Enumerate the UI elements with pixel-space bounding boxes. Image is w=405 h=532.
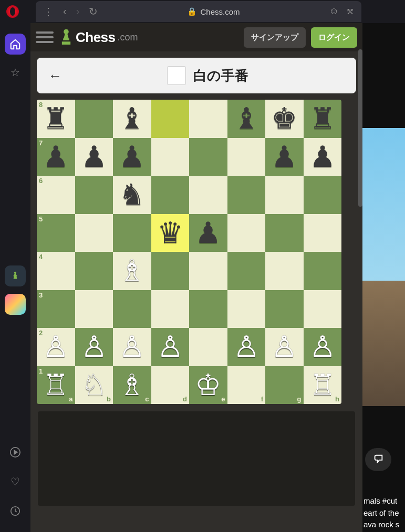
square-a7[interactable]: 7♟ — [37, 138, 75, 176]
piece-bp[interactable]: ♟ — [195, 218, 221, 248]
square-e1[interactable]: e♔ — [189, 366, 227, 405]
piece-bp[interactable]: ♟ — [43, 142, 69, 172]
square-h7[interactable]: ♟ — [304, 138, 342, 176]
square-f7[interactable] — [227, 138, 266, 176]
piece-bp[interactable]: ♟ — [119, 142, 145, 172]
square-f3[interactable] — [227, 290, 266, 328]
square-e8[interactable] — [189, 100, 227, 138]
piece-wk[interactable]: ♔ — [195, 370, 221, 400]
home-icon[interactable] — [5, 34, 26, 55]
forward-icon[interactable]: › — [76, 5, 80, 18]
piece-wr[interactable]: ♖ — [309, 370, 336, 400]
pin-icon[interactable]: ⤲ — [346, 6, 354, 17]
square-e4[interactable] — [189, 252, 227, 290]
piece-bq[interactable]: ♛ — [157, 218, 183, 248]
square-h5[interactable] — [304, 214, 342, 252]
square-b4[interactable] — [75, 252, 113, 290]
square-h2[interactable]: ♙ — [304, 328, 342, 366]
square-b6[interactable] — [75, 176, 113, 214]
square-h6[interactable] — [304, 176, 342, 214]
square-b2[interactable]: ♙ — [75, 328, 113, 366]
square-a6[interactable]: 6 — [37, 176, 75, 214]
chess-app-icon[interactable] — [5, 265, 26, 286]
piece-bn[interactable]: ♞ — [119, 180, 145, 209]
square-d5[interactable]: ♛ — [151, 214, 190, 252]
play-circle-icon[interactable] — [5, 442, 26, 463]
square-g3[interactable] — [265, 290, 304, 328]
square-e5[interactable]: ♟ — [189, 214, 227, 252]
square-h3[interactable] — [304, 290, 342, 328]
square-a1[interactable]: 1a♖ — [37, 366, 75, 405]
heart-icon[interactable]: ♡ — [5, 471, 26, 492]
square-f1[interactable]: f — [227, 366, 266, 405]
piece-bb[interactable]: ♝ — [233, 104, 259, 133]
square-d6[interactable] — [151, 176, 190, 214]
square-c1[interactable]: c♗ — [113, 366, 151, 405]
square-a2[interactable]: 2♙ — [37, 328, 75, 366]
piece-br[interactable]: ♜ — [309, 104, 336, 133]
piece-br[interactable]: ♜ — [43, 104, 69, 133]
piece-wp[interactable]: ♙ — [43, 332, 69, 361]
menu-hamburger-icon[interactable] — [36, 31, 54, 43]
square-b3[interactable] — [75, 290, 113, 328]
back-icon[interactable]: ‹ — [63, 5, 67, 18]
square-d8[interactable] — [151, 100, 190, 138]
square-g2[interactable]: ♙ — [265, 328, 304, 366]
piece-bp[interactable]: ♟ — [271, 142, 297, 172]
square-g1[interactable]: g — [265, 366, 304, 405]
square-d1[interactable]: d — [151, 366, 190, 405]
piece-bp[interactable]: ♟ — [81, 142, 107, 172]
square-b7[interactable]: ♟ — [75, 138, 113, 176]
piece-wn[interactable]: ♘ — [81, 370, 107, 400]
square-a3[interactable]: 3 — [37, 290, 75, 328]
square-b1[interactable]: b♘ — [75, 366, 113, 405]
square-h8[interactable]: ♜ — [304, 100, 342, 138]
more-icon[interactable]: ⋮ — [43, 5, 54, 18]
piece-wp[interactable]: ♙ — [81, 332, 107, 361]
square-g4[interactable] — [265, 252, 304, 290]
active-browser-tab[interactable]: ⋮ ‹ › ↻ 🔒 Chess.com ☺ ⤲ — [36, 1, 361, 22]
emoji-icon[interactable]: ☺ — [329, 6, 339, 17]
square-f4[interactable] — [227, 252, 266, 290]
square-d2[interactable]: ♙ — [151, 328, 190, 366]
square-e2[interactable] — [189, 328, 227, 366]
piece-wr[interactable]: ♖ — [43, 370, 69, 400]
square-c2[interactable]: ♙ — [113, 328, 151, 366]
clock-icon[interactable] — [5, 501, 26, 522]
opera-logo-icon[interactable] — [0, 0, 25, 23]
signup-button[interactable]: サインアップ — [244, 27, 306, 48]
square-c8[interactable]: ♝ — [113, 100, 151, 138]
square-c3[interactable] — [113, 290, 151, 328]
back-arrow-icon[interactable]: ← — [48, 68, 62, 84]
piece-wb[interactable]: ♗ — [119, 370, 145, 400]
move-log-panel[interactable] — [38, 411, 355, 506]
square-c4[interactable]: ♗ — [113, 252, 151, 290]
square-f5[interactable] — [227, 214, 266, 252]
login-button[interactable]: ログイン — [311, 27, 357, 48]
square-c7[interactable]: ♟ — [113, 138, 151, 176]
square-b8[interactable] — [75, 100, 113, 138]
chess-board[interactable]: 8♜♝♝♚♜7♟♟♟♟♟6♞5♛♟4♗32♙♙♙♙♙♙♙1a♖b♘c♗de♔fg… — [37, 100, 341, 404]
address-bar[interactable]: 🔒 Chess.com — [105, 7, 321, 16]
square-f2[interactable]: ♙ — [227, 328, 266, 366]
square-d4[interactable] — [151, 252, 190, 290]
thumbs-down-button[interactable] — [365, 448, 391, 471]
star-icon[interactable]: ☆ — [5, 62, 26, 83]
piece-wp[interactable]: ♙ — [157, 332, 183, 361]
square-h1[interactable]: h♖ — [304, 366, 342, 405]
reload-icon[interactable]: ↻ — [89, 5, 98, 18]
piece-wb[interactable]: ♗ — [119, 256, 145, 285]
square-g7[interactable]: ♟ — [265, 138, 304, 176]
scrollbar[interactable] — [358, 49, 362, 207]
square-e7[interactable] — [189, 138, 227, 176]
square-e3[interactable] — [189, 290, 227, 328]
square-g6[interactable] — [265, 176, 304, 214]
piece-wp[interactable]: ♙ — [309, 332, 336, 361]
square-b5[interactable] — [75, 214, 113, 252]
piece-bk[interactable]: ♚ — [271, 104, 297, 133]
square-c6[interactable]: ♞ — [113, 176, 151, 214]
square-c5[interactable] — [113, 214, 151, 252]
square-a5[interactable]: 5 — [37, 214, 75, 252]
square-h4[interactable] — [304, 252, 342, 290]
piece-bp[interactable]: ♟ — [309, 142, 336, 172]
